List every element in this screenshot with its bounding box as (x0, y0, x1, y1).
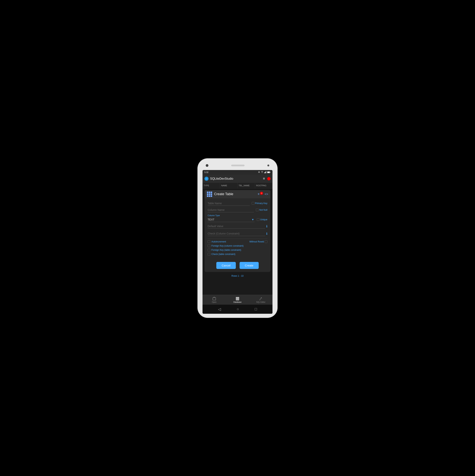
svg-rect-3 (266, 171, 266, 173)
bottom-nav: Open Database SQL Editor (203, 295, 272, 305)
home-button[interactable]: ○ (237, 307, 239, 311)
app-bar: SQLiteDevStudio ≡ (203, 174, 272, 183)
android-nav-bar: ◁ ○ □ (203, 305, 272, 314)
recents-button[interactable]: □ (255, 307, 257, 311)
modal-header-actions: + 0 <> (257, 192, 268, 196)
svg-rect-0 (264, 172, 265, 173)
nav-database[interactable]: Database (226, 297, 249, 303)
modal-header: Create Table + 0 <> (204, 190, 271, 198)
not-null-label[interactable]: Not Null (256, 209, 267, 211)
fk-column-label: Foreign Key (column constraint) (211, 244, 244, 247)
not-null-checkbox[interactable] (256, 209, 258, 211)
table-name-input[interactable] (208, 201, 250, 206)
rows-label: Rows 1 - 10 (230, 273, 245, 278)
menu-icon[interactable]: ≡ (263, 177, 265, 181)
fk-table-row[interactable]: Foreign Key (table constraint) (208, 249, 267, 251)
svg-rect-10 (236, 299, 239, 300)
svg-rect-2 (265, 172, 266, 173)
column-type-row: TEXT INTEGER REAL BLOB NUMERIC ▼ Unique (208, 217, 267, 222)
autoincrement-label: Autoincrement (211, 240, 226, 243)
back-button[interactable]: ◁ (218, 307, 221, 311)
code-view-button[interactable]: <> (265, 192, 268, 196)
primary-key-label[interactable]: Primary Key (252, 202, 267, 205)
autoincrement-checkbox[interactable] (208, 240, 210, 243)
phone-screen: 5:32 ⚙ (203, 170, 272, 314)
column-type-label: Column Type (208, 214, 267, 217)
fk-column-checkbox[interactable] (208, 244, 210, 247)
record-button[interactable] (267, 177, 271, 180)
column-name-input[interactable] (208, 208, 254, 212)
nav-open-label: Open (212, 301, 216, 303)
default-value-input[interactable] (208, 224, 265, 229)
grid-icon (207, 192, 212, 197)
col-type: TYPE (203, 183, 220, 188)
fk-table-label: Foreign Key (table constraint) (211, 249, 241, 251)
without-rowid-label: Without Rowid (249, 240, 264, 243)
sensor (267, 165, 269, 166)
nav-sql-editor-label: SQL Editor (256, 301, 266, 303)
col-name: NAME (220, 183, 238, 188)
phone-top (200, 162, 275, 169)
col-tbl-name: TBL_NAME (238, 183, 255, 188)
battery-icon (267, 171, 271, 173)
col-rootpag: ROOTPAG (255, 183, 273, 188)
create-button[interactable]: Create (239, 262, 259, 269)
column-count-badge: 0 (260, 192, 263, 195)
check-table-row[interactable]: Check (table constraint) (208, 253, 267, 255)
signal-icon (264, 171, 266, 173)
fk-column-row[interactable]: Foreign Key (column constraint) (208, 244, 267, 247)
app-bar-actions: ≡ (263, 177, 271, 181)
speaker (231, 165, 244, 166)
modal-backdrop: Create Table + 0 <> Primary Key (203, 188, 272, 295)
without-rowid-checkbox[interactable] (265, 240, 267, 243)
status-bar: 5:32 ⚙ (203, 170, 272, 174)
primary-key-checkbox[interactable] (252, 202, 254, 205)
svg-rect-11 (236, 300, 239, 300)
status-time: 5:32 (204, 171, 208, 173)
autoincrement-check[interactable]: Autoincrement (208, 240, 226, 243)
svg-rect-7 (213, 298, 216, 300)
svg-rect-1 (265, 172, 265, 173)
camera-icon (206, 164, 208, 167)
create-table-modal: Create Table + 0 <> Primary Key (204, 190, 271, 272)
check-constraint-input[interactable] (208, 231, 265, 236)
modal-title: Create Table (214, 192, 257, 196)
nav-database-label: Database (234, 301, 242, 303)
check-table-label: Check (table constraint) (211, 253, 236, 255)
default-value-row: ℹ (208, 224, 267, 229)
nav-sql-editor[interactable]: SQL Editor (249, 297, 272, 303)
dropdown-arrow-icon: ▼ (252, 218, 254, 221)
modal-footer: Cancel Create (204, 260, 271, 272)
svg-rect-8 (236, 297, 239, 298)
nav-open[interactable]: Open (203, 297, 226, 303)
phone-device: 5:32 ⚙ (198, 159, 277, 318)
add-column-button[interactable]: + (257, 192, 260, 196)
column-type-select[interactable]: TEXT INTEGER REAL BLOB NUMERIC (208, 217, 254, 222)
default-value-info-icon[interactable]: ℹ (266, 224, 267, 228)
modal-body: Primary Key Not Null Column Type (204, 198, 271, 260)
svg-rect-9 (236, 298, 239, 299)
fk-table-checkbox[interactable] (208, 249, 210, 251)
svg-rect-5 (270, 172, 271, 172)
without-rowid-check[interactable]: Without Rowid (249, 240, 267, 243)
svg-rect-6 (267, 172, 270, 173)
app-title: SQLiteDevStudio (210, 177, 263, 180)
check-table-checkbox[interactable] (208, 253, 210, 255)
cancel-button[interactable]: Cancel (216, 262, 236, 269)
editor-icon (259, 297, 263, 301)
database-icon (236, 297, 239, 301)
table-name-row: Primary Key (208, 201, 267, 206)
check-constraint-row: ℹ (208, 231, 267, 236)
column-headers: TYPE NAME TBL_NAME ROOTPAG (203, 183, 272, 188)
unique-label[interactable]: Unique (257, 218, 267, 221)
open-icon (212, 297, 216, 301)
wifi-icon (261, 171, 263, 173)
app-logo (204, 177, 209, 181)
unique-checkbox[interactable] (257, 218, 259, 221)
settings-icon: ⚙ (258, 171, 260, 173)
column-name-row: Not Null (208, 208, 267, 212)
autoincrement-row: Autoincrement Without Rowid (208, 240, 267, 243)
check-constraint-info-icon[interactable]: ℹ (266, 232, 267, 236)
status-icons: ⚙ (258, 171, 271, 173)
